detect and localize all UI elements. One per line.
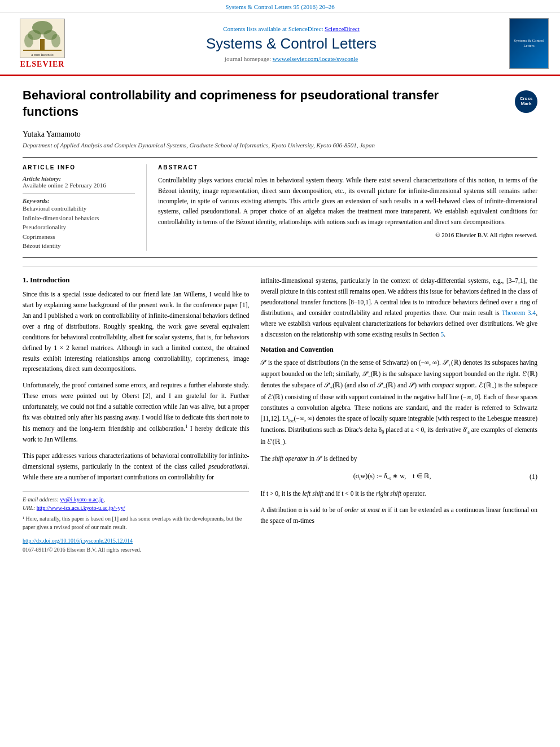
equation-content: (σtw)(s) := δ−t ∗ w, t ∈ ℝ, — [260, 472, 524, 481]
svg-point-6 — [51, 34, 60, 47]
keyword-3: Pseudorationality — [23, 222, 135, 232]
journal-header-center: Contents lists available at ScienceDirec… — [73, 25, 509, 62]
intro-heading: 1. Introduction — [23, 276, 249, 285]
doi-link[interactable]: http://dx.doi.org/10.1016/j.sysconle.201… — [23, 538, 133, 544]
distribution-def: A distribution α is said to be of order … — [260, 505, 537, 526]
author-affiliation: Department of Applied Analysis and Compl… — [23, 142, 537, 148]
science-direct-link[interactable]: ScienceDirect — [325, 25, 360, 32]
equation-number: (1) — [524, 473, 537, 481]
url-footnote: URL: http://www-ics.acs.i.kyoto-u.ac.jp/… — [23, 504, 249, 512]
issn-text: 0167-6911/© 2016 Elsevier B.V. All right… — [23, 547, 141, 553]
history-label: Article history: — [23, 175, 135, 182]
article-info-right: ABSTRACT Controllability plays various c… — [147, 164, 537, 251]
history-value: Available online 2 February 2016 — [23, 182, 135, 189]
svg-point-5 — [24, 34, 33, 47]
elsevier-tree-image: a non lucendo — [20, 19, 65, 58]
svg-text:Mark: Mark — [521, 101, 532, 106]
right-column: infinite-dimensional systems, particular… — [260, 276, 537, 554]
theorem-link[interactable]: Theorem 3.4 — [502, 309, 536, 316]
keywords-list: Behavioral controllability Infinite-dime… — [23, 204, 135, 251]
intro-para-3: This paper addresses various characteriz… — [23, 451, 249, 483]
homepage-link[interactable]: www.elsevier.com/locate/sysconle — [273, 55, 358, 62]
article-info-left: ARTICLE INFO Article history: Available … — [23, 164, 147, 251]
shift-def-text: The shift operator in 𝒮′ is defined by — [260, 453, 537, 464]
svg-rect-4 — [40, 39, 45, 50]
elsevier-label-text: ELSEVIER — [20, 60, 65, 69]
keyword-1: Behavioral controllability — [23, 204, 135, 213]
journal-citation: Systems & Control Letters 95 (2016) 20–2… — [225, 3, 335, 10]
main-content: Behavioral controllability and coprimene… — [0, 76, 560, 565]
email-link[interactable]: yy@i.kyoto-u.ac.jp — [60, 496, 103, 503]
elsevier-logo: a non lucendo ELSEVIER — [11, 19, 73, 69]
section5-link[interactable]: 5 — [440, 331, 444, 338]
science-direct-text: Contents lists available at ScienceDirec… — [73, 25, 509, 32]
intro-para-2: Unfortunately, the proof contained some … — [23, 380, 249, 445]
article-title: Behavioral controllability and coprimene… — [23, 88, 446, 120]
left-column: 1. Introduction Since this is a special … — [23, 276, 249, 554]
author-name: Yutaka Yamamoto — [23, 130, 537, 139]
copyright-text: © 2016 Elsevier B.V. All rights reserved… — [158, 231, 537, 238]
journal-title: Systems & Control Letters — [73, 35, 509, 53]
notation-text: 𝒮′ is the space of distributions (in the… — [260, 357, 537, 448]
journal-header: a non lucendo ELSEVIER Contents lists av… — [0, 12, 560, 76]
right-intro-continuation: infinite-dimensional systems, particular… — [260, 276, 537, 340]
email-footnote: E-mail address: yy@i.kyoto-u.ac.jp, — [23, 495, 249, 504]
url-link[interactable]: http://www-ics.acs.i.kyoto-u.ac.jp/~yy/ — [37, 505, 125, 511]
crossmark-badge: Cross Mark — [515, 90, 537, 113]
body-columns: 1. Introduction Since this is a special … — [23, 276, 537, 554]
keyword-2: Infinite-dimensional behaviors — [23, 213, 135, 223]
journal-homepage: journal homepage: www.elsevier.com/locat… — [73, 55, 509, 62]
footnote-1-text: ¹ Here, naturally, this paper is based o… — [23, 514, 249, 531]
svg-text:a non lucendo: a non lucendo — [31, 53, 54, 57]
abstract-text: Controllability plays various crucial ro… — [158, 175, 537, 227]
shift-note: If t > 0, it is the left shift and if t … — [260, 488, 537, 499]
svg-text:Cross: Cross — [520, 96, 533, 101]
article-info-heading: ARTICLE INFO — [23, 164, 135, 171]
top-bar: Systems & Control Letters 95 (2016) 20–2… — [0, 0, 560, 12]
equation-1: (σtw)(s) := δ−t ∗ w, t ∈ ℝ, (1) — [260, 470, 537, 483]
keyword-4: Coprimeness — [23, 232, 135, 242]
notation-heading: Notation and Convention — [260, 346, 537, 354]
abstract-heading: ABSTRACT — [158, 164, 537, 171]
article-info-section: ARTICLE INFO Article history: Available … — [23, 157, 537, 258]
keyword-5: Bézout identity — [23, 241, 135, 251]
intro-para-1: Since this is a special issue dedicated … — [23, 289, 249, 375]
footnote-area: E-mail address: yy@i.kyoto-u.ac.jp, URL:… — [23, 491, 249, 531]
keywords-label: Keywords: — [23, 197, 135, 204]
doi-area: http://dx.doi.org/10.1016/j.sysconle.201… — [23, 536, 249, 554]
section-divider — [23, 267, 537, 267]
journal-cover-thumbnail: Systems & Control Letters — [509, 18, 549, 69]
